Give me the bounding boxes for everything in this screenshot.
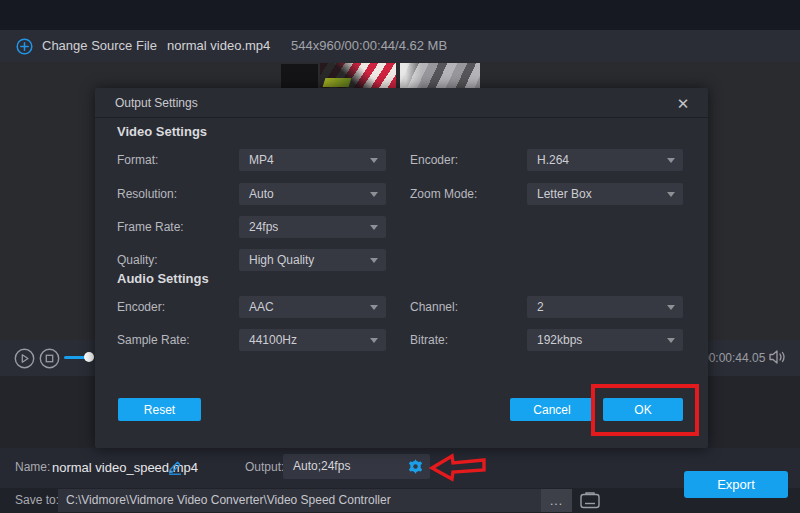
save-to-label: Save to: bbox=[15, 488, 59, 513]
video-settings-heading: Video Settings bbox=[117, 124, 207, 139]
bitrate-dropdown[interactable]: 192kbps bbox=[527, 329, 683, 351]
chevron-down-icon bbox=[370, 158, 378, 163]
sample-rate-dropdown[interactable]: 44100Hz bbox=[239, 329, 386, 351]
progress-slider-handle[interactable] bbox=[84, 352, 94, 362]
ok-button[interactable]: OK bbox=[603, 398, 683, 421]
zoom-mode-value: Letter Box bbox=[527, 187, 667, 201]
format-value: MP4 bbox=[239, 153, 370, 167]
play-button[interactable] bbox=[14, 348, 35, 369]
output-profile-field[interactable]: Auto;24fps bbox=[283, 454, 430, 479]
format-label: Format: bbox=[117, 149, 158, 171]
open-folder-icon[interactable] bbox=[579, 491, 601, 513]
output-settings-dialog: Output Settings ✕ Video Settings Format:… bbox=[95, 88, 708, 448]
chevron-down-icon bbox=[667, 305, 675, 310]
bitrate-label: Bitrate: bbox=[410, 329, 448, 351]
sample-rate-value: 44100Hz bbox=[239, 333, 370, 347]
export-button[interactable]: Export bbox=[684, 471, 788, 498]
volume-icon[interactable] bbox=[767, 348, 787, 370]
sample-rate-label: Sample Rate: bbox=[117, 329, 190, 351]
edit-name-icon[interactable] bbox=[167, 459, 183, 479]
output-profile-value: Auto;24fps bbox=[293, 454, 350, 479]
stop-button[interactable] bbox=[39, 348, 60, 369]
resolution-dropdown[interactable]: Auto bbox=[239, 183, 386, 205]
chevron-down-icon bbox=[370, 305, 378, 310]
name-label: Name: bbox=[15, 455, 50, 480]
encoder-dropdown[interactable]: H.264 bbox=[527, 149, 683, 171]
source-file-name: normal video.mp4 bbox=[167, 30, 270, 62]
frame-rate-label: Frame Rate: bbox=[117, 216, 184, 238]
channel-value: 2 bbox=[527, 300, 667, 314]
frame-rate-value: 24fps bbox=[239, 220, 370, 234]
change-source-file-button[interactable]: Change Source File bbox=[42, 30, 157, 62]
zoom-mode-dropdown[interactable]: Letter Box bbox=[527, 183, 683, 205]
encoder-label: Encoder: bbox=[410, 149, 458, 171]
audio-settings-heading: Audio Settings bbox=[117, 271, 209, 286]
chevron-down-icon bbox=[370, 338, 378, 343]
add-source-icon[interactable] bbox=[16, 38, 33, 59]
dialog-title: Output Settings bbox=[115, 88, 198, 118]
bitrate-value: 192kbps bbox=[527, 333, 667, 347]
chevron-down-icon bbox=[667, 192, 675, 197]
quality-label: Quality: bbox=[117, 249, 158, 271]
save-to-path-field[interactable]: C:\Vidmore\Vidmore Video Converter\Video… bbox=[58, 489, 571, 512]
current-time: 00:00:44.05 bbox=[702, 340, 765, 376]
timeline-thumbnail-detail bbox=[323, 78, 352, 87]
frame-rate-dropdown[interactable]: 24fps bbox=[239, 216, 386, 238]
chevron-down-icon bbox=[667, 338, 675, 343]
source-file-info: 544x960/00:00:44/4.62 MB bbox=[291, 30, 447, 62]
audio-encoder-value: AAC bbox=[239, 300, 370, 314]
browse-folder-button[interactable]: ... bbox=[541, 489, 572, 512]
resolution-label: Resolution: bbox=[117, 183, 177, 205]
chevron-down-icon bbox=[370, 258, 378, 263]
timeline-thumbnail bbox=[400, 63, 480, 88]
channel-dropdown[interactable]: 2 bbox=[527, 296, 683, 318]
output-label: Output: bbox=[245, 455, 284, 480]
format-dropdown[interactable]: MP4 bbox=[239, 149, 386, 171]
encoder-value: H.264 bbox=[527, 153, 667, 167]
chevron-down-icon bbox=[667, 158, 675, 163]
audio-encoder-dropdown[interactable]: AAC bbox=[239, 296, 386, 318]
save-to-path-value: C:\Vidmore\Vidmore Video Converter\Video… bbox=[66, 489, 391, 512]
gear-icon[interactable] bbox=[407, 458, 424, 479]
resolution-value: Auto bbox=[239, 187, 370, 201]
audio-encoder-label: Encoder: bbox=[117, 296, 165, 318]
reset-button[interactable]: Reset bbox=[118, 398, 201, 421]
zoom-mode-label: Zoom Mode: bbox=[410, 183, 477, 205]
quality-dropdown[interactable]: High Quality bbox=[239, 249, 386, 271]
chevron-down-icon bbox=[370, 225, 378, 230]
channel-label: Channel: bbox=[410, 296, 458, 318]
title-bar bbox=[0, 0, 800, 30]
quality-value: High Quality bbox=[239, 253, 370, 267]
cancel-button[interactable]: Cancel bbox=[510, 398, 594, 421]
dialog-close-icon[interactable]: ✕ bbox=[674, 95, 692, 113]
timeline-thumbnail bbox=[281, 64, 318, 88]
chevron-down-icon bbox=[370, 192, 378, 197]
